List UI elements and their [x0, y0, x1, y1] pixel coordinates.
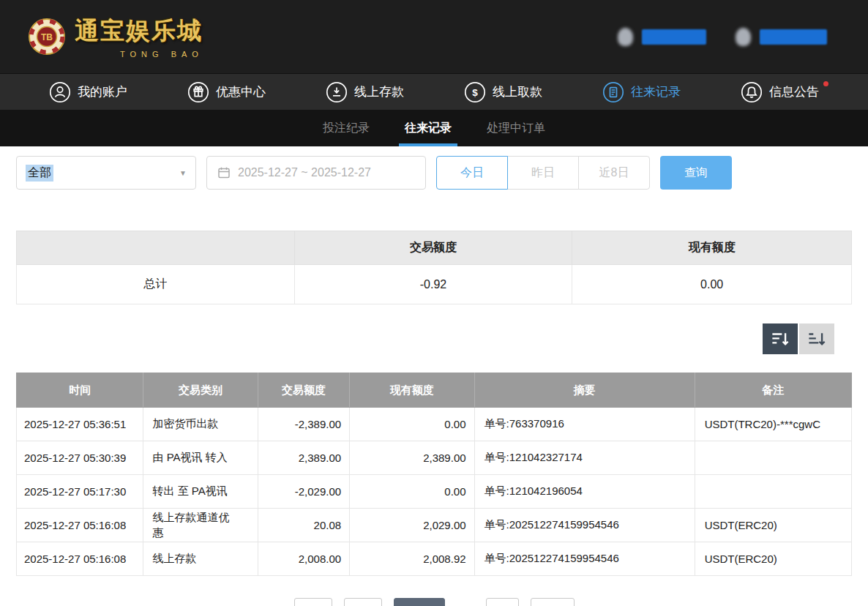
cell-time: 2025-12-27 05:30:39 [17, 441, 143, 475]
summary-header-blank [17, 231, 295, 265]
cell-remark: USDT(TRC20)-***cgwC [695, 408, 851, 441]
svg-text:$: $ [472, 87, 478, 98]
table-row: 2025-12-27 05:30:39 由 PA视讯 转入 2,389.00 2… [17, 441, 852, 475]
col-header-time: 时间 [17, 373, 143, 408]
last8days-button[interactable]: 近8日 [578, 156, 650, 190]
cell-remark [695, 475, 851, 509]
calendar-icon [217, 166, 231, 179]
col-header-summary: 摘要 [474, 373, 695, 408]
pagination-button[interactable] [531, 598, 575, 606]
nav-item-announcements[interactable]: 信息公告 [741, 81, 819, 103]
pagination-button-current[interactable] [394, 598, 445, 606]
cell-time: 2025-12-27 05:36:51 [17, 408, 143, 441]
col-header-current-amount: 现有额度 [350, 373, 474, 408]
today-button[interactable]: 今日 [436, 156, 508, 190]
cell-remark: USDT(ERC20) [695, 542, 851, 576]
cell-current-amount: 0.00 [350, 408, 474, 441]
date-range-value: 2025-12-27 ~ 2025-12-27 [238, 166, 371, 179]
sub-nav: 投注纪录 往来记录 处理中订单 [0, 110, 868, 146]
col-header-remark: 备注 [695, 373, 851, 408]
main-nav: 我的账户 优惠中心 线上存款 $ 线上取款 [0, 73, 868, 110]
pagination [0, 598, 868, 606]
records-icon [602, 81, 624, 103]
summary-header-current: 现有额度 [572, 231, 852, 265]
cell-trade-amount: 2,008.00 [258, 542, 350, 576]
cell-type: 加密货币出款 [143, 408, 258, 441]
col-header-type: 交易类别 [143, 373, 258, 408]
notification-dot [823, 81, 828, 86]
sort-descending-button[interactable] [763, 323, 798, 354]
cell-current-amount: 2,008.92 [350, 542, 474, 576]
cell-current-amount: 2,389.00 [350, 441, 474, 475]
cell-remark: USDT(ERC20) [695, 509, 851, 542]
user-info [618, 28, 706, 46]
nav-label: 线上取款 [493, 83, 542, 100]
cell-current-amount: 2,029.00 [350, 509, 474, 542]
account-info-area [618, 28, 827, 46]
cell-summary: 单号:202512274159954546 [474, 542, 695, 576]
brand-name-en: TONG BAO [75, 50, 203, 59]
chevron-down-icon: ▼ [179, 169, 187, 177]
cell-time: 2025-12-27 05:16:08 [17, 542, 143, 576]
nav-label: 优惠中心 [216, 83, 266, 100]
sort-ascending-button[interactable] [799, 323, 834, 354]
nav-item-promotions[interactable]: 优惠中心 [187, 81, 266, 103]
yesterday-button[interactable]: 昨日 [507, 156, 579, 190]
tab-transaction-records[interactable]: 往来记录 [405, 110, 452, 146]
date-range-input[interactable]: 2025-12-27 ~ 2025-12-27 [206, 156, 426, 190]
summary-current-amount: 0.00 [572, 265, 852, 304]
deposit-icon [326, 81, 348, 103]
casino-chip-icon: TB [28, 18, 66, 56]
nav-item-my-account[interactable]: 我的账户 [49, 81, 127, 103]
cell-trade-amount: -2,029.00 [258, 475, 350, 509]
cell-current-amount: 0.00 [350, 475, 474, 509]
bell-icon [741, 81, 763, 103]
sort-ascending-icon [807, 330, 826, 348]
sort-descending-icon [771, 330, 790, 348]
table-row: 2025-12-27 05:36:51 加密货币出款 -2,389.00 0.0… [17, 408, 852, 441]
nav-item-withdraw[interactable]: $ 线上取款 [464, 81, 542, 103]
cell-time: 2025-12-27 05:17:30 [17, 475, 143, 509]
cell-type: 由 PA视讯 转入 [143, 441, 258, 475]
brand-logo[interactable]: TB 通宝娱乐城 TONG BAO [28, 15, 203, 59]
user-avatar-icon [618, 28, 633, 46]
nav-label: 线上存款 [354, 83, 404, 100]
table-row: 2025-12-27 05:16:08 线上存款通道优惠 20.08 2,029… [17, 509, 852, 542]
cell-trade-amount: -2,389.00 [258, 408, 350, 441]
quick-date-group: 今日 昨日 近8日 [436, 156, 650, 190]
nav-item-records[interactable]: 往来记录 [602, 81, 681, 103]
cell-type: 转出 至 PA视讯 [143, 475, 258, 509]
cell-summary: 单号:121042196054 [474, 475, 695, 509]
nav-label: 往来记录 [631, 83, 681, 100]
summary-table: 交易额度 现有额度 总计 -0.92 0.00 [16, 231, 852, 304]
withdraw-icon: $ [464, 81, 486, 103]
pagination-button[interactable] [486, 598, 519, 606]
cell-remark [695, 441, 851, 475]
cell-summary: 单号:121042327174 [474, 441, 695, 475]
svg-text:TB: TB [41, 32, 53, 42]
nav-label: 我的账户 [78, 83, 127, 100]
cell-trade-amount: 2,389.00 [258, 441, 350, 475]
cell-type: 线上存款通道优惠 [143, 509, 258, 542]
pagination-button[interactable] [344, 598, 382, 606]
filter-bar: 全部 ▼ 2025-12-27 ~ 2025-12-27 今日 昨日 近8日 查… [0, 146, 868, 190]
type-select-value: 全部 [26, 165, 53, 182]
tab-bet-records[interactable]: 投注纪录 [323, 110, 370, 146]
nav-label: 信息公告 [769, 83, 819, 100]
tab-pending-orders[interactable]: 处理中订单 [487, 110, 545, 146]
user-icon [49, 81, 71, 103]
search-button[interactable]: 查询 [660, 156, 732, 190]
cell-summary: 单号:763370916 [474, 408, 695, 441]
pagination-button[interactable] [294, 598, 332, 606]
cell-type: 线上存款 [143, 542, 258, 576]
sort-controls [0, 323, 834, 354]
summary-section: 交易额度 现有额度 总计 -0.92 0.00 [16, 231, 852, 304]
type-select[interactable]: 全部 ▼ [16, 156, 196, 190]
table-row: 2025-12-27 05:16:08 线上存款 2,008.00 2,008.… [17, 542, 852, 576]
cell-trade-amount: 20.08 [258, 509, 350, 542]
col-header-trade-amount: 交易额度 [258, 373, 350, 408]
cell-summary: 单号:202512274159954546 [474, 509, 695, 542]
gift-icon [187, 81, 209, 103]
nav-item-deposit[interactable]: 线上存款 [326, 81, 404, 103]
redacted-balance [760, 29, 827, 45]
